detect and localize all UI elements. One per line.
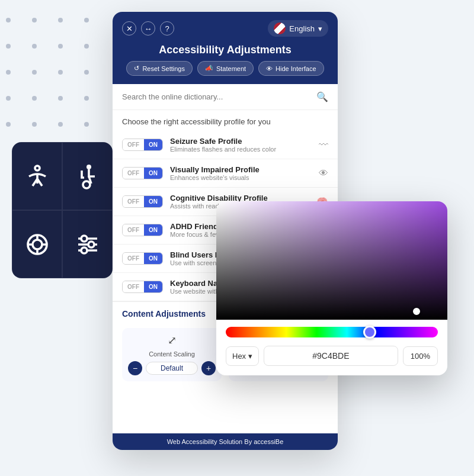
seizure-profile-icon: 〰 [319,140,328,150]
reset-settings-button[interactable]: ↺ Reset Settings [126,61,193,76]
svg-point-0 [35,166,40,171]
svg-point-13 [88,242,94,247]
panel-title: Accessibility Adjustments [122,41,328,61]
toggle-off-cognitive[interactable]: OFF [123,196,144,207]
profiles-section-title: Choose the right accessibility profile f… [113,110,338,131]
toggle-on-adhd[interactable]: ON [144,224,162,236]
profile-name-visual: Visually Impaired Profile [170,165,312,174]
search-bar: 🔍 [113,84,338,110]
toggle-off-seizure[interactable]: OFF [123,139,144,150]
toggle-on-cognitive[interactable]: ON [144,196,162,207]
toggle-on-blind[interactable]: ON [144,253,162,264]
profile-desc-visual: Enhances website's visuals [170,174,312,181]
reset-icon: ↺ [134,65,139,72]
panel-header: ✕ ↔ ? English ▾ Accessibility Adjustment… [113,12,338,84]
hex-value-input[interactable] [264,346,398,366]
toggle-off-adhd[interactable]: OFF [123,224,144,236]
color-gradient-area[interactable] [216,201,447,320]
search-input[interactable] [122,92,312,101]
scale-decrement-button[interactable]: − [128,361,142,375]
svg-point-14 [81,247,87,253]
sidebar-icons-panel [12,142,113,278]
language-label: English [289,24,315,33]
toggle-off-blind[interactable]: OFF [123,253,144,264]
statement-icon: 📣 [205,65,213,72]
flag-icon [274,22,286,34]
chevron-down-icon: ▾ [318,24,322,33]
scaling-icon: ⤢ [128,334,216,347]
search-icon: 🔍 [316,91,328,102]
gradient-handle[interactable] [413,308,420,315]
color-format-select[interactable]: Hex ▾ [226,346,259,366]
close-button[interactable]: ✕ [122,21,136,36]
toggle-on-visual[interactable]: ON [144,168,162,179]
back-button[interactable]: ↔ [141,21,155,36]
sidebar-icon-sliders[interactable] [62,210,113,278]
chevron-down-icon: ▾ [248,352,252,361]
svg-point-2 [83,181,90,188]
panel-footer: Web Accessibility Solution By accessiBe [113,433,338,450]
color-spectrum-slider[interactable] [226,327,438,337]
language-selector[interactable]: English ▾ [268,20,328,37]
visual-profile-icon: 👁 [319,168,328,179]
format-label: Hex [232,352,246,361]
svg-point-1 [87,165,91,169]
content-scaling-card: ⤢ Content Scaling − Default + [122,328,222,381]
eye-icon: 👁 [266,65,273,72]
help-button[interactable]: ? [160,21,174,36]
toggle-off-visual[interactable]: OFF [123,168,144,179]
scale-increment-button[interactable]: + [201,361,216,375]
svg-point-4 [33,240,42,249]
spectrum-handle[interactable] [363,326,376,339]
sidebar-icon-lifesaver[interactable] [12,210,62,278]
profile-row-seizure: OFF ON Seizure Safe Profile Eliminates f… [113,131,338,159]
hide-interface-button[interactable]: 👁 Hide Interface [258,61,324,76]
background-grid [6,18,101,136]
profile-row-visual: OFF ON Visually Impaired Profile Enhance… [113,159,338,188]
profile-name-seizure: Seizure Safe Profile [170,137,312,146]
color-picker-popup: Hex ▾ 100% [216,201,447,375]
opacity-value: 100% [403,346,438,366]
toggle-on-seizure[interactable]: ON [144,139,162,150]
statement-button[interactable]: 📣 Statement [197,61,254,76]
footer-text: Web Accessibility Solution By accessiBe [167,438,284,445]
svg-point-12 [81,236,87,242]
sidebar-icon-wheelchair[interactable] [62,142,113,210]
color-values-row: Hex ▾ 100% [216,341,447,375]
toggle-on-keyboard[interactable]: ON [144,281,162,292]
scaling-label: Content Scaling [128,350,216,358]
profile-desc-seizure: Eliminates flashes and reduces color [170,146,312,153]
sidebar-icon-accessibility[interactable] [12,142,62,210]
toggle-off-keyboard[interactable]: OFF [123,281,144,292]
scale-value: Default [146,362,198,375]
